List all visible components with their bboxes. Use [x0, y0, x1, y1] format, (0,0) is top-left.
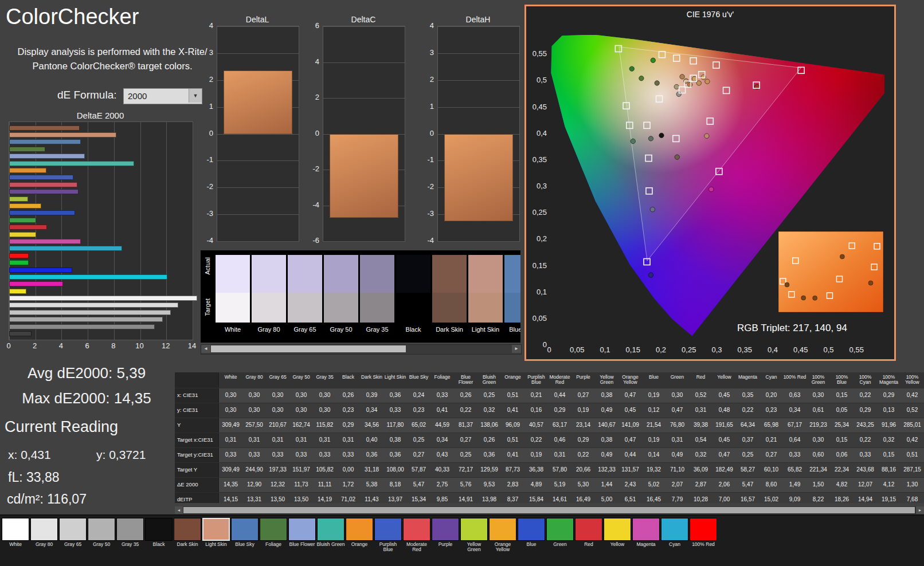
patch-button-yellow-green[interactable]: Yellow Green [460, 518, 488, 553]
column-header-yellow: Yellow [712, 372, 736, 388]
scrollbar-thumb[interactable] [183, 507, 915, 513]
measured-point [648, 273, 653, 277]
target-swatch [504, 293, 520, 323]
y-axis-tick-label: 4 [199, 21, 213, 30]
column-header-gray-65: Gray 65 [266, 372, 289, 388]
patch-button-red[interactable]: Red [574, 518, 603, 553]
scroll-left-icon[interactable]: ◄ [175, 506, 183, 514]
patch-button-blue-flower[interactable]: Blue Flower [288, 518, 316, 553]
cell: 0,30 [266, 403, 289, 418]
gridline [438, 53, 519, 54]
cell: 0,60 [806, 448, 830, 462]
chevron-down-icon[interactable]: ▼ [189, 89, 202, 103]
cell: 0,36 [383, 388, 407, 403]
max-de2000-readout: Max dE2000: 14,35 [0, 390, 173, 407]
cell: 132,33 [595, 463, 618, 477]
patch-button-blue-sky[interactable]: Blue Sky [230, 518, 259, 553]
de-formula-label: dE Formula: [57, 89, 116, 101]
luminance-readout: cd/m²: 116,07 [7, 492, 87, 507]
scrollbar-thumb[interactable] [211, 345, 406, 352]
cell: 0,44 [618, 448, 642, 462]
cell: 15,34 [407, 493, 430, 503]
cell: 23,14 [571, 418, 595, 433]
cell: 221,34 [806, 463, 830, 477]
patch-button-white[interactable]: White [1, 518, 30, 553]
column-header-orange: Orange [501, 372, 524, 388]
cell: 1,44 [595, 478, 618, 492]
de-bar-100-red [9, 253, 29, 258]
de-bar-blue-flower [9, 154, 85, 159]
de-formula-value: 2000 [128, 91, 147, 101]
patch-button-bluish-green[interactable]: Bluish Green [316, 518, 345, 553]
patch-button-purplish-blue[interactable]: Purplish Blue [374, 518, 402, 553]
patch-button-dark-skin[interactable]: Dark Skin [173, 518, 202, 553]
scroll-right-icon[interactable]: ► [916, 506, 924, 514]
patch-button-orange-yellow[interactable]: Orange Yellow [488, 518, 517, 553]
cell: 14,35 [219, 478, 242, 492]
patch-color-swatch [604, 518, 631, 541]
column-header-yellow-green: Yellow Green [595, 372, 618, 388]
patch-button-gray-65[interactable]: Gray 65 [58, 518, 87, 553]
de-bar-orange-yellow [9, 203, 41, 209]
patch-button-orange[interactable]: Orange [345, 518, 374, 553]
patch-button-green[interactable]: Green [546, 518, 574, 553]
cell: 0,12 [642, 403, 665, 418]
cell: 11,73 [289, 478, 313, 492]
patch-button-gray-35[interactable]: Gray 35 [116, 518, 144, 553]
de-formula-select[interactable]: 2000 ▼ [123, 88, 202, 104]
column-header-white: White [219, 372, 242, 388]
bar-row [9, 168, 193, 173]
patch-button-yellow[interactable]: Yellow [603, 518, 632, 553]
column-header-bluish-green: Bluish Green [477, 372, 501, 388]
cell: 21,54 [642, 418, 665, 433]
x-axis-tick-label: 12 [160, 341, 171, 350]
cell: 2,83 [501, 478, 524, 492]
cell: 0,25 [407, 433, 430, 447]
patch-button-light-skin[interactable]: Light Skin [202, 518, 230, 553]
bar-row [9, 175, 193, 180]
inset-measured-point [785, 282, 789, 287]
table-scrollbar[interactable]: ◄ ► [175, 506, 924, 514]
patch-button-blue[interactable]: Blue [517, 518, 546, 553]
cell: 2,06 [712, 478, 736, 492]
patch-label: Foliage [259, 542, 288, 553]
patch-button-cyan[interactable]: Cyan [660, 518, 689, 553]
bar-row [9, 132, 193, 137]
gridline [217, 241, 299, 242]
patch-color-swatch [202, 518, 230, 541]
patch-button-gray-50[interactable]: Gray 50 [87, 518, 116, 553]
patch-button-100-red[interactable]: 100% Red [689, 518, 718, 553]
measured-point [688, 82, 692, 87]
patch-button-moderate-red[interactable]: Moderate Red [402, 518, 431, 553]
delta-chart-deltac [323, 26, 405, 242]
patch-color-swatch [145, 518, 173, 541]
column-header-moderate-red: Moderate Red [548, 372, 571, 388]
measured-point [704, 133, 709, 138]
patch-button-gray-80[interactable]: Gray 80 [30, 518, 58, 553]
patch-button-magenta[interactable]: Magenta [632, 518, 660, 553]
cell: 22,34 [830, 463, 853, 477]
bar-row [9, 281, 193, 286]
scroll-left-icon[interactable]: ◄ [201, 345, 210, 353]
patch-button-purple[interactable]: Purple [431, 518, 460, 553]
patch-button-black[interactable]: Black [144, 518, 173, 553]
patch-label: Magenta [632, 542, 660, 553]
cell: 108,00 [383, 463, 407, 477]
cell: 0,64 [783, 433, 806, 447]
swatch-label: Black [396, 326, 430, 333]
cell: 0,26 [477, 433, 501, 447]
y-axis-tick-label: -4 [306, 201, 319, 209]
x-axis-tick-label: 6 [81, 341, 93, 350]
cell: 0,31 [242, 433, 266, 447]
patch-button-foliage[interactable]: Foliage [259, 518, 288, 553]
cell: 0,36 [360, 448, 383, 462]
cie-y-tick-label: 0,5 [527, 76, 547, 84]
measured-point [696, 81, 701, 85]
de-bar-100-blue [9, 268, 72, 273]
cell: 0,63 [783, 388, 806, 403]
scroll-right-icon[interactable]: ► [512, 345, 521, 353]
swatch-strip-scrollbar[interactable]: ◄ ► [201, 344, 522, 355]
cell: 197,33 [266, 463, 289, 477]
bar-row [9, 218, 193, 223]
patch-color-swatch [690, 518, 717, 541]
